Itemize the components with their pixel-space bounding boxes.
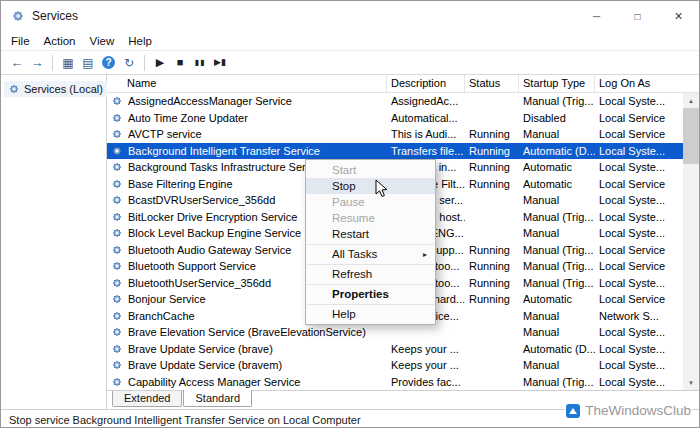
start-service-icon[interactable]: ▶ (150, 57, 170, 68)
service-gear-icon (111, 277, 123, 289)
show-console-tree-icon[interactable]: ▦ (58, 57, 78, 69)
context-menu-item-all-tasks[interactable]: All Tasks▸ (306, 246, 435, 262)
column-header-status[interactable]: Status (465, 75, 519, 92)
service-row-background-intelligent-transfer-service[interactable]: Background Intelligent Transfer ServiceT… (107, 143, 699, 160)
service-gear-icon (111, 343, 123, 355)
menu-separator (307, 284, 434, 285)
service-gear-icon (111, 293, 123, 305)
service-name: AssignedAccessManager Service (128, 95, 292, 107)
scroll-down-icon[interactable]: ▼ (683, 375, 699, 390)
service-gear-icon (111, 128, 123, 140)
service-log-on-as: Local Syste... (595, 275, 681, 292)
service-name-cell: Capability Access Manager Service (107, 374, 387, 391)
menu-action[interactable]: Action (37, 33, 83, 49)
caption-buttons: ─ □ × (576, 1, 699, 31)
service-row-capability-access-manager-service[interactable]: Capability Access Manager ServiceProvide… (107, 374, 699, 391)
service-gear-icon (111, 145, 123, 157)
service-name: Brave Update Service (brave) (128, 343, 273, 355)
service-name-cell: Brave Elevation Service (BraveElevationS… (107, 324, 387, 341)
context-menu-item-stop[interactable]: Stop (306, 178, 435, 194)
menu-view[interactable]: View (83, 33, 122, 49)
tree-item-label: Services (Local) (24, 83, 103, 95)
service-startup-type: Disabled (519, 110, 595, 127)
service-startup-type: Manual (Trig... (519, 374, 595, 391)
maximize-button[interactable]: □ (617, 1, 658, 31)
service-row-brave-update-service-bravem[interactable]: Brave Update Service (bravem)Keeps your … (107, 357, 699, 374)
window-title: Services (32, 9, 78, 23)
stop-service-icon[interactable]: ■ (170, 57, 190, 68)
service-status: Running (465, 126, 519, 143)
service-startup-type: Manual (519, 192, 595, 209)
tab-standard[interactable]: Standard (183, 390, 252, 407)
thewindowsclub-logo-icon (566, 404, 580, 418)
help-icon[interactable]: ? (102, 56, 115, 69)
service-log-on-as: Local Service (595, 242, 681, 259)
context-menu-item-label: Help (332, 308, 356, 320)
context-menu-item-refresh[interactable]: Refresh (306, 266, 435, 282)
service-gear-icon (111, 326, 123, 338)
service-row-avctp-service[interactable]: AVCTP serviceThis is Audi...RunningManua… (107, 126, 699, 143)
context-menu-item-pause: Pause (306, 194, 435, 210)
service-log-on-as: Local Syste... (595, 209, 681, 226)
menu-file[interactable]: File (4, 33, 37, 49)
service-name: Brave Update Service (bravem) (128, 359, 282, 371)
scroll-up-icon[interactable]: ▲ (683, 93, 699, 108)
service-gear-icon (111, 211, 123, 223)
toolbar: ←→▦▤?↻▶■▮▮▶▮ (1, 50, 699, 75)
service-name-cell: AssignedAccessManager Service (107, 93, 387, 110)
close-button[interactable]: × (658, 1, 699, 31)
service-startup-type: Manual (Trig... (519, 258, 595, 275)
column-header-startup-type[interactable]: Startup Type (519, 75, 595, 92)
service-startup-type: Manual (519, 357, 595, 374)
service-log-on-as: Local Syste... (595, 341, 681, 358)
service-status: Running (465, 143, 519, 160)
tree-item-services-local[interactable]: Services (Local) (4, 81, 107, 97)
service-status: Running (465, 275, 519, 292)
tab-extended[interactable]: Extended (112, 391, 182, 407)
service-name: Block Level Backup Engine Service (128, 227, 301, 239)
toolbar-separator (144, 55, 145, 71)
title-bar: Services ─ □ × (1, 1, 699, 31)
service-status: Running (465, 159, 519, 176)
service-status: Running (465, 291, 519, 308)
console-tree: Services (Local) (1, 75, 107, 409)
service-row-brave-elevation-service-braveelevationservice[interactable]: Brave Elevation Service (BraveElevationS… (107, 324, 699, 341)
service-log-on-as: Local Syste... (595, 374, 681, 391)
minimize-button[interactable]: ─ (576, 1, 617, 31)
menu-help[interactable]: Help (121, 33, 159, 49)
service-name-cell: Brave Update Service (brave) (107, 341, 387, 358)
service-startup-type: Automatic (D... (519, 143, 595, 160)
vertical-scrollbar[interactable]: ▲ ▼ (683, 93, 699, 390)
service-log-on-as: Local Service (595, 110, 681, 127)
pause-service-icon[interactable]: ▮▮ (190, 59, 210, 67)
scrollbar-thumb[interactable] (683, 108, 699, 164)
status-text: Stop service Background Intelligent Tran… (9, 414, 361, 426)
back-icon[interactable]: ← (7, 56, 27, 69)
service-description: Keeps your ... (387, 357, 465, 374)
service-startup-type: Manual (Trig... (519, 275, 595, 292)
service-row-brave-update-service-brave[interactable]: Brave Update Service (brave)Keeps your .… (107, 341, 699, 358)
service-gear-icon (111, 376, 123, 388)
context-menu-item-resume: Resume (306, 210, 435, 226)
export-list-icon[interactable]: ▤ (78, 57, 98, 69)
column-header-description[interactable]: Description (387, 75, 465, 92)
service-log-on-as: Local Service (595, 291, 681, 308)
service-name: Bluetooth Audio Gateway Service (128, 244, 291, 256)
context-menu-item-properties[interactable]: Properties (306, 286, 435, 302)
column-header-name[interactable]: Name (107, 75, 387, 92)
context-menu-item-help[interactable]: Help (306, 306, 435, 322)
forward-icon[interactable]: → (27, 56, 47, 69)
context-menu-item-restart[interactable]: Restart (306, 226, 435, 242)
service-row-auto-time-zone-updater[interactable]: Auto Time Zone UpdaterAutomatical...Disa… (107, 110, 699, 127)
service-row-assignedaccessmanager-service[interactable]: AssignedAccessManager ServiceAssignedAc.… (107, 93, 699, 110)
service-description: Keeps your ... (387, 341, 465, 358)
service-log-on-as: Local Syste... (595, 159, 681, 176)
context-menu-item-label: Refresh (332, 268, 372, 280)
column-header-log-on-as[interactable]: Log On As (595, 75, 681, 92)
restart-service-icon[interactable]: ▶▮ (210, 58, 230, 67)
context-menu-item-label: All Tasks (332, 248, 377, 260)
mouse-cursor (375, 179, 388, 202)
service-status (465, 308, 519, 325)
refresh-icon[interactable]: ↻ (119, 57, 139, 69)
service-log-on-as: Network S... (595, 308, 681, 325)
